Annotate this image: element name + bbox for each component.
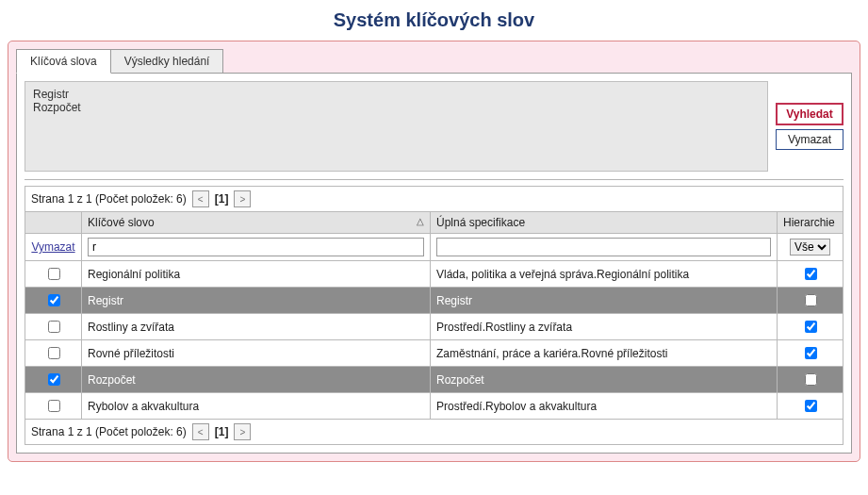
row-fullspec: Prostředí.Rybolov a akvakultura <box>431 393 778 420</box>
row-fullspec: Zaměstnání, práce a kariéra.Rovné přílež… <box>431 340 778 367</box>
pager-next-icon[interactable]: > <box>234 423 251 440</box>
col-header-check <box>25 212 82 234</box>
filter-keyword-input[interactable] <box>88 238 424 256</box>
pager-top: Strana 1 z 1 (Počet položek: 6) < [1] > <box>25 186 843 211</box>
row-keyword: Rostliny a zvířata <box>82 314 431 340</box>
clear-filters-link[interactable]: Vymazat <box>31 240 74 254</box>
clear-button[interactable]: Vymazat <box>776 129 843 150</box>
pager-text: Strana 1 z 1 (Počet položek: 6) <box>31 425 187 438</box>
row-select-checkbox[interactable] <box>48 347 60 359</box>
sort-asc-icon: △ <box>417 216 424 226</box>
table-row[interactable]: RegistrRegistr <box>25 288 843 314</box>
row-keyword: Regionální politika <box>82 261 431 288</box>
row-select-checkbox[interactable] <box>48 294 60 306</box>
table-row[interactable]: RozpočetRozpočet <box>25 367 843 393</box>
row-hierarchy-checkbox[interactable] <box>805 347 817 359</box>
search-button[interactable]: Vyhledat <box>776 103 843 125</box>
pager-current: [1] <box>215 192 229 206</box>
row-fullspec: Rozpočet <box>431 367 778 393</box>
pager-prev-icon[interactable]: < <box>192 190 209 207</box>
row-select-checkbox[interactable] <box>48 321 60 333</box>
separator <box>25 179 843 180</box>
table-row[interactable]: Rostliny a zvířataProstředí.Rostliny a z… <box>25 314 843 340</box>
row-select-checkbox[interactable] <box>48 373 60 386</box>
row-fullspec: Vláda, politika a veřejná správa.Regioná… <box>431 261 778 288</box>
col-header-fullspec[interactable]: Úplná specifikace <box>431 212 778 234</box>
row-fullspec: Registr <box>431 288 778 314</box>
filter-hierarchy-select[interactable]: Vše <box>790 239 830 256</box>
selected-keywords-list[interactable]: Registr Rozpočet <box>25 81 768 172</box>
pager-bottom: Strana 1 z 1 (Počet položek: 6) < [1] > <box>25 420 843 445</box>
row-select-checkbox[interactable] <box>48 400 60 412</box>
row-keyword: Rozpočet <box>82 367 431 393</box>
row-keyword: Registr <box>82 288 431 314</box>
pager-prev-icon[interactable]: < <box>192 423 209 440</box>
table-row[interactable]: Rybolov a akvakulturaProstředí.Rybolov a… <box>25 393 843 420</box>
row-hierarchy-checkbox[interactable] <box>805 373 817 386</box>
main-panel: Klíčová slova Výsledky hledání Registr R… <box>8 41 860 462</box>
pager-current: [1] <box>215 425 229 438</box>
tab-keywords[interactable]: Klíčová slova <box>16 49 111 74</box>
row-select-checkbox[interactable] <box>48 268 60 280</box>
row-fullspec: Prostředí.Rostliny a zvířata <box>431 314 778 340</box>
table-row[interactable]: Regionální politikaVláda, politika a veř… <box>25 261 843 288</box>
row-hierarchy-checkbox[interactable] <box>805 321 817 333</box>
page-title: Systém klíčových slov <box>8 9 860 31</box>
row-keyword: Rybolov a akvakultura <box>82 393 431 420</box>
row-hierarchy-checkbox[interactable] <box>805 294 817 306</box>
selected-keyword: Registr <box>33 88 760 101</box>
col-header-hierarchy[interactable]: Hierarchie <box>778 212 843 234</box>
pager-text: Strana 1 z 1 (Počet položek: 6) <box>31 192 187 206</box>
col-header-keyword[interactable]: Klíčové slovo △ <box>82 212 431 234</box>
tab-results[interactable]: Výsledky hledání <box>111 49 224 74</box>
row-hierarchy-checkbox[interactable] <box>805 268 817 280</box>
table-row[interactable]: Rovné příležitostiZaměstnání, práce a ka… <box>25 340 843 367</box>
pager-next-icon[interactable]: > <box>234 190 251 207</box>
row-hierarchy-checkbox[interactable] <box>805 400 817 412</box>
keyword-table: Klíčové slovo △ Úplná specifikace Hierar… <box>25 211 843 420</box>
row-keyword: Rovné příležitosti <box>82 340 431 367</box>
selected-keyword: Rozpočet <box>33 101 760 114</box>
filter-fullspec-input[interactable] <box>436 238 771 256</box>
